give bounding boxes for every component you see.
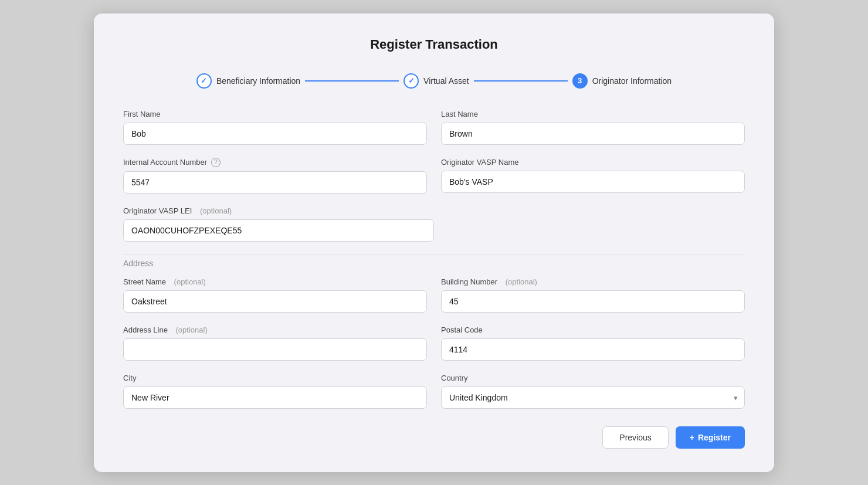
street-name-label: Street Name (optional) [123,277,427,286]
step-label-virtual-asset: Virtual Asset [423,76,469,86]
address-section-label: Address [123,255,745,268]
lei-row: Originator VASP LEI (optional) [123,206,745,242]
last-name-group: Last Name [441,110,745,145]
address-line-label: Address Line (optional) [123,325,427,334]
address-line-group: Address Line (optional) [123,325,427,361]
first-name-input[interactable] [123,123,427,145]
originator-vasp-name-label: Originator VASP Name [441,158,745,167]
last-name-input[interactable] [441,123,745,145]
city-group: City [123,374,427,409]
originator-vasp-lei-input[interactable] [123,219,434,242]
name-row: First Name Last Name [123,110,745,145]
originator-vasp-name-group: Originator VASP Name [441,158,745,194]
street-name-input[interactable] [123,290,427,313]
step-circle-beneficiary: ✓ [196,73,212,89]
info-icon[interactable]: ? [211,158,221,167]
country-select-wrapper: United Kingdom United States Germany Fra… [441,386,745,409]
street-name-group: Street Name (optional) [123,277,427,313]
internal-account-label: Internal Account Number ? [123,158,427,167]
step-beneficiary: ✓ Beneficiary Information [196,73,300,89]
page-title: Register Transaction [123,37,745,52]
previous-button[interactable]: Previous [602,426,668,449]
postal-code-input[interactable] [441,338,745,361]
first-name-group: First Name [123,110,427,145]
register-transaction-modal: Register Transaction ✓ Beneficiary Infor… [94,13,774,472]
step-label-beneficiary: Beneficiary Information [216,76,300,86]
internal-account-group: Internal Account Number ? [123,158,427,194]
last-name-label: Last Name [441,110,745,118]
street-building-row: Street Name (optional) Building Number (… [123,277,745,313]
country-label: Country [441,374,745,382]
step-circle-originator: 3 [572,73,588,89]
step-line-2 [474,80,568,82]
originator-vasp-lei-label: Originator VASP LEI (optional) [123,206,745,215]
city-label: City [123,374,427,382]
register-button[interactable]: + Register [676,426,745,449]
originator-form: First Name Last Name Internal Account Nu… [123,110,745,409]
country-group: Country United Kingdom United States Ger… [441,374,745,409]
register-label: Register [698,433,731,442]
stepper: ✓ Beneficiary Information ✓ Virtual Asse… [123,73,745,89]
step-originator: 3 Originator Information [572,73,672,89]
first-name-label: First Name [123,110,427,118]
country-select[interactable]: United Kingdom United States Germany Fra… [441,386,745,409]
city-country-row: City Country United Kingdom United State… [123,374,745,409]
postal-code-label: Postal Code [441,325,745,334]
originator-vasp-lei-group: Originator VASP LEI (optional) [123,206,745,242]
originator-vasp-name-input[interactable] [441,171,745,193]
building-number-group: Building Number (optional) [441,277,745,313]
building-number-label: Building Number (optional) [441,277,745,286]
postal-code-group: Postal Code [441,325,745,361]
step-virtual-asset: ✓ Virtual Asset [404,73,469,89]
plus-icon: + [690,433,694,442]
address-line-postal-row: Address Line (optional) Postal Code [123,325,745,361]
step-line-1 [305,80,399,82]
form-footer: Previous + Register [123,426,745,449]
account-vasp-row: Internal Account Number ? Originator VAS… [123,158,745,194]
city-input[interactable] [123,386,427,409]
internal-account-input[interactable] [123,171,427,194]
step-circle-virtual-asset: ✓ [404,73,419,89]
address-line-input[interactable] [123,338,427,361]
step-label-originator: Originator Information [592,76,672,86]
building-number-input[interactable] [441,290,745,313]
